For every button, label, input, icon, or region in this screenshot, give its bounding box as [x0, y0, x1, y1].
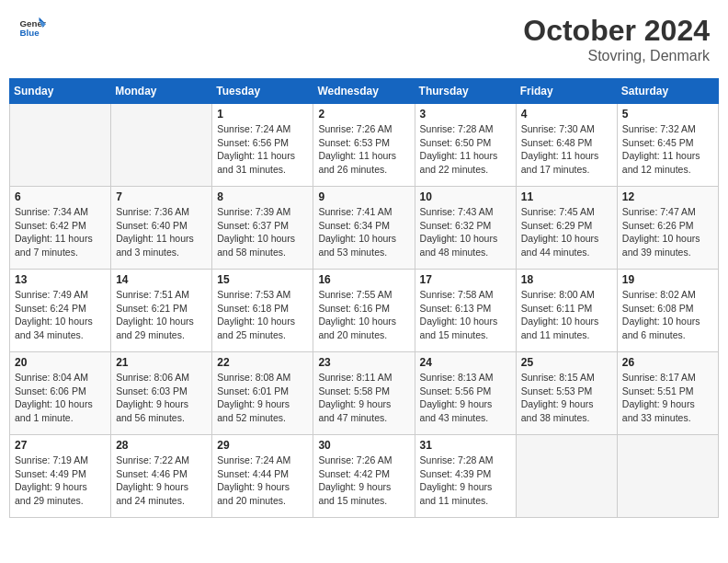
- day-info: Sunrise: 7:24 AM Sunset: 6:56 PM Dayligh…: [217, 122, 308, 177]
- day-number: 23: [318, 356, 409, 369]
- page-header: General Blue October 2024 Stovring, Denm…: [9, 9, 719, 69]
- day-info: Sunrise: 7:26 AM Sunset: 4:42 PM Dayligh…: [318, 454, 409, 508]
- calendar-cell: 15Sunrise: 7:53 AM Sunset: 6:18 PM Dayli…: [212, 270, 313, 352]
- day-number: 30: [318, 439, 409, 452]
- day-info: Sunrise: 7:53 AM Sunset: 6:18 PM Dayligh…: [217, 288, 308, 342]
- day-number: 21: [116, 356, 207, 369]
- day-number: 29: [217, 439, 308, 452]
- weekday-monday: Monday: [111, 79, 212, 104]
- calendar-cell: 7Sunrise: 7:36 AM Sunset: 6:40 PM Daylig…: [111, 187, 212, 270]
- day-info: Sunrise: 7:55 AM Sunset: 6:16 PM Dayligh…: [318, 288, 409, 342]
- location-title: Stovring, Denmark: [523, 48, 710, 64]
- day-info: Sunrise: 7:32 AM Sunset: 6:45 PM Dayligh…: [622, 122, 713, 177]
- calendar-cell: 8Sunrise: 7:39 AM Sunset: 6:37 PM Daylig…: [212, 187, 313, 270]
- calendar-cell: 16Sunrise: 7:55 AM Sunset: 6:16 PM Dayli…: [313, 270, 415, 352]
- calendar-cell: 9Sunrise: 7:41 AM Sunset: 6:34 PM Daylig…: [313, 187, 415, 270]
- title-block: October 2024 Stovring, Denmark: [523, 14, 710, 64]
- calendar-cell: 20Sunrise: 8:04 AM Sunset: 6:06 PM Dayli…: [10, 352, 111, 435]
- day-number: 18: [521, 273, 612, 286]
- day-number: 14: [116, 273, 207, 286]
- weekday-thursday: Thursday: [415, 79, 516, 104]
- calendar-cell: 31Sunrise: 7:28 AM Sunset: 4:39 PM Dayli…: [415, 435, 516, 518]
- day-number: 24: [420, 356, 511, 369]
- day-number: 27: [15, 439, 106, 452]
- week-row-1: 1Sunrise: 7:24 AM Sunset: 6:56 PM Daylig…: [10, 104, 719, 187]
- calendar-cell: 11Sunrise: 7:45 AM Sunset: 6:29 PM Dayli…: [516, 187, 617, 270]
- day-info: Sunrise: 7:39 AM Sunset: 6:37 PM Dayligh…: [217, 205, 308, 259]
- day-number: 2: [318, 108, 409, 121]
- weekday-sunday: Sunday: [10, 79, 111, 104]
- day-number: 7: [116, 190, 207, 203]
- day-info: Sunrise: 7:26 AM Sunset: 6:53 PM Dayligh…: [318, 122, 409, 177]
- day-info: Sunrise: 7:41 AM Sunset: 6:34 PM Dayligh…: [318, 205, 409, 259]
- calendar-cell: 3Sunrise: 7:28 AM Sunset: 6:50 PM Daylig…: [415, 104, 516, 187]
- calendar-cell: [617, 435, 718, 518]
- day-number: 1: [217, 108, 308, 121]
- calendar-cell: 24Sunrise: 8:13 AM Sunset: 5:56 PM Dayli…: [415, 352, 516, 435]
- day-info: Sunrise: 7:49 AM Sunset: 6:24 PM Dayligh…: [15, 288, 106, 342]
- calendar-cell: 5Sunrise: 7:32 AM Sunset: 6:45 PM Daylig…: [617, 104, 718, 187]
- calendar-table: SundayMondayTuesdayWednesdayThursdayFrid…: [9, 78, 719, 518]
- calendar-cell: 22Sunrise: 8:08 AM Sunset: 6:01 PM Dayli…: [212, 352, 313, 435]
- day-number: 26: [622, 356, 713, 369]
- day-info: Sunrise: 7:28 AM Sunset: 6:50 PM Dayligh…: [420, 122, 511, 177]
- logo-icon: General Blue: [18, 14, 46, 41]
- day-info: Sunrise: 7:45 AM Sunset: 6:29 PM Dayligh…: [521, 205, 612, 259]
- calendar-cell: 1Sunrise: 7:24 AM Sunset: 6:56 PM Daylig…: [212, 104, 313, 187]
- day-number: 13: [15, 273, 106, 286]
- calendar-cell: 28Sunrise: 7:22 AM Sunset: 4:46 PM Dayli…: [111, 435, 212, 518]
- day-info: Sunrise: 7:24 AM Sunset: 4:44 PM Dayligh…: [217, 454, 308, 508]
- logo: General Blue: [18, 14, 46, 41]
- day-info: Sunrise: 8:13 AM Sunset: 5:56 PM Dayligh…: [420, 371, 511, 425]
- day-number: 31: [420, 439, 511, 452]
- calendar-cell: 18Sunrise: 8:00 AM Sunset: 6:11 PM Dayli…: [516, 270, 617, 352]
- day-number: 22: [217, 356, 308, 369]
- calendar-cell: 23Sunrise: 8:11 AM Sunset: 5:58 PM Dayli…: [313, 352, 415, 435]
- day-info: Sunrise: 8:00 AM Sunset: 6:11 PM Dayligh…: [521, 288, 612, 342]
- day-info: Sunrise: 8:15 AM Sunset: 5:53 PM Dayligh…: [521, 371, 612, 425]
- calendar-cell: 12Sunrise: 7:47 AM Sunset: 6:26 PM Dayli…: [617, 187, 718, 270]
- weekday-header-row: SundayMondayTuesdayWednesdayThursdayFrid…: [10, 79, 719, 104]
- day-number: 5: [622, 108, 713, 121]
- calendar-cell: [10, 104, 111, 187]
- day-info: Sunrise: 7:43 AM Sunset: 6:32 PM Dayligh…: [420, 205, 511, 259]
- day-number: 6: [15, 190, 106, 203]
- calendar-cell: 21Sunrise: 8:06 AM Sunset: 6:03 PM Dayli…: [111, 352, 212, 435]
- weekday-saturday: Saturday: [617, 79, 718, 104]
- day-number: 9: [318, 190, 409, 203]
- calendar-cell: 13Sunrise: 7:49 AM Sunset: 6:24 PM Dayli…: [10, 270, 111, 352]
- calendar-cell: 27Sunrise: 7:19 AM Sunset: 4:49 PM Dayli…: [10, 435, 111, 518]
- calendar-cell: 25Sunrise: 8:15 AM Sunset: 5:53 PM Dayli…: [516, 352, 617, 435]
- calendar-cell: 30Sunrise: 7:26 AM Sunset: 4:42 PM Dayli…: [313, 435, 415, 518]
- calendar-cell: 14Sunrise: 7:51 AM Sunset: 6:21 PM Dayli…: [111, 270, 212, 352]
- day-info: Sunrise: 7:51 AM Sunset: 6:21 PM Dayligh…: [116, 288, 207, 342]
- weekday-wednesday: Wednesday: [313, 79, 415, 104]
- day-number: 19: [622, 273, 713, 286]
- calendar-cell: [516, 435, 617, 518]
- day-number: 10: [420, 190, 511, 203]
- calendar-cell: 10Sunrise: 7:43 AM Sunset: 6:32 PM Dayli…: [415, 187, 516, 270]
- day-info: Sunrise: 8:08 AM Sunset: 6:01 PM Dayligh…: [217, 371, 308, 425]
- day-info: Sunrise: 8:06 AM Sunset: 6:03 PM Dayligh…: [116, 371, 207, 425]
- day-info: Sunrise: 7:58 AM Sunset: 6:13 PM Dayligh…: [420, 288, 511, 342]
- day-info: Sunrise: 7:34 AM Sunset: 6:42 PM Dayligh…: [15, 205, 106, 259]
- day-info: Sunrise: 7:36 AM Sunset: 6:40 PM Dayligh…: [116, 205, 207, 259]
- week-row-4: 20Sunrise: 8:04 AM Sunset: 6:06 PM Dayli…: [10, 352, 719, 435]
- day-info: Sunrise: 7:19 AM Sunset: 4:49 PM Dayligh…: [15, 454, 106, 508]
- calendar-cell: 2Sunrise: 7:26 AM Sunset: 6:53 PM Daylig…: [313, 104, 415, 187]
- day-number: 28: [116, 439, 207, 452]
- month-title: October 2024: [523, 14, 710, 48]
- day-number: 17: [420, 273, 511, 286]
- week-row-2: 6Sunrise: 7:34 AM Sunset: 6:42 PM Daylig…: [10, 187, 719, 270]
- week-row-5: 27Sunrise: 7:19 AM Sunset: 4:49 PM Dayli…: [10, 435, 719, 518]
- day-info: Sunrise: 8:02 AM Sunset: 6:08 PM Dayligh…: [622, 288, 713, 342]
- day-number: 8: [217, 190, 308, 203]
- calendar-cell: 26Sunrise: 8:17 AM Sunset: 5:51 PM Dayli…: [617, 352, 718, 435]
- week-row-3: 13Sunrise: 7:49 AM Sunset: 6:24 PM Dayli…: [10, 270, 719, 352]
- day-number: 11: [521, 190, 612, 203]
- day-info: Sunrise: 8:11 AM Sunset: 5:58 PM Dayligh…: [318, 371, 409, 425]
- day-number: 25: [521, 356, 612, 369]
- day-number: 12: [622, 190, 713, 203]
- day-info: Sunrise: 7:22 AM Sunset: 4:46 PM Dayligh…: [116, 454, 207, 508]
- calendar-cell: 19Sunrise: 8:02 AM Sunset: 6:08 PM Dayli…: [617, 270, 718, 352]
